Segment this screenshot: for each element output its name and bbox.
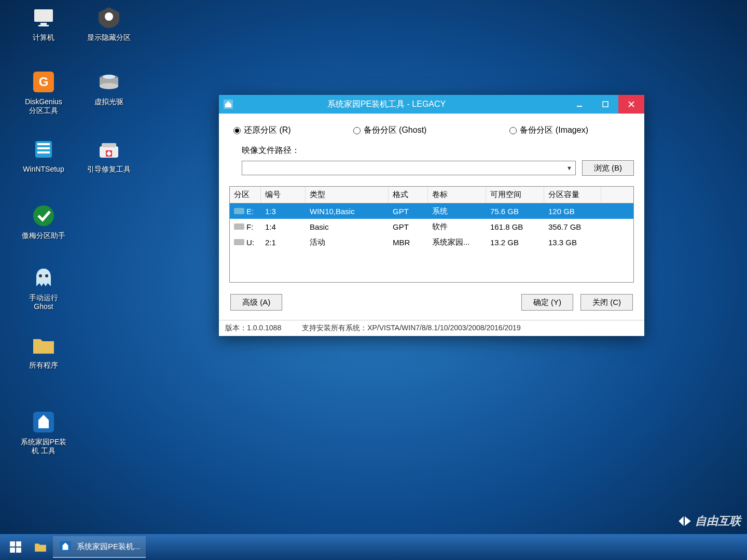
titlebar[interactable]: 系统家园PE装机工具 - LEGACY [219,95,644,114]
table-row[interactable]: F:1:4BasicGPT软件161.8 GB356.7 GB [230,219,633,234]
capacity-cell: 13.3 GB [544,236,601,249]
drive-cell: F: [230,220,261,233]
version-text: 版本：1.0.0.1088 [225,324,281,333]
free-cell: 13.2 GB [486,236,544,249]
table-row[interactable]: E:1:3WIN10,BasicGPT系统75.6 GB120 GB [230,203,633,219]
chevron-down-icon: ▼ [566,165,572,171]
format-cell: MBR [389,236,428,249]
watermark: 自由互联 [677,513,741,529]
boot-repair-icon [95,136,122,163]
col-partition[interactable]: 分区 [230,187,261,203]
label-cell: 系统家园... [428,235,486,249]
col-format[interactable]: 格式 [389,187,428,203]
desktop-icon-ghost[interactable]: 手动运行 Ghost [18,264,70,311]
svg-rect-25 [16,541,21,547]
svg-rect-7 [37,147,50,149]
format-cell: GPT [389,220,428,233]
advanced-button[interactable]: 高级 (A) [230,294,282,311]
radio-backup-imagex[interactable]: 备份分区 (Imagex) [509,125,588,136]
taskbar-file-explorer[interactable] [28,536,53,558]
table-header: 分区 编号 类型 格式 卷标 可用空间 分区容量 [230,187,633,203]
desktop-icon-pe-tool[interactable]: 系统家园PE装 机 工具 [18,409,70,455]
taskbar-item-label: 系统家园PE装机... [77,542,141,552]
close-button[interactable] [618,95,644,114]
folder-icon [33,540,48,554]
table-row[interactable]: U:2:1活动MBR系统家园...13.2 GB13.3 GB [230,234,633,250]
label-cell: 软件 [428,220,486,234]
radio-dot-icon [509,127,517,134]
desktop-icon-label: DiskGenius 分区工具 [18,97,70,115]
desktop-icon-winntsetup[interactable]: WinNTSetup [18,136,70,174]
col-label[interactable]: 卷标 [428,187,486,203]
radio-label: 备份分区 (Ghost) [364,125,427,136]
start-button[interactable] [3,536,28,558]
desktop-icon-aomei[interactable]: 傲梅分区助手 [18,202,70,240]
radio-restore[interactable]: 还原分区 (R) [233,125,291,136]
app-icon [219,100,238,109]
drive-cell: U: [230,236,261,249]
radio-dot-icon [353,127,361,134]
number-cell: 1:3 [261,205,306,218]
button-label: 高级 (A) [242,298,270,307]
virtual-drive-icon [95,68,122,95]
taskbar-pe-installer[interactable]: 系统家园PE装机... [53,536,146,558]
svg-point-11 [45,274,48,277]
svg-rect-0 [34,9,53,22]
number-cell: 1:4 [261,220,306,233]
partition-table: 分区 编号 类型 格式 卷标 可用空间 分区容量 E:1:3WIN10,Basi… [229,186,634,283]
folder-icon [30,332,57,359]
maximize-button[interactable] [592,95,618,114]
free-cell: 161.8 GB [486,220,544,233]
desktop-icon-label: 傲梅分区助手 [18,231,70,240]
ok-button[interactable]: 确定 (Y) [521,294,573,311]
desktop-icon-boot-repair[interactable]: 引导修复工具 [83,136,135,174]
radio-backup-ghost[interactable]: 备份分区 (Ghost) [353,125,427,136]
browse-button[interactable]: 浏览 (B) [582,160,634,176]
diskgenius-icon: G [30,68,57,95]
window-title: 系统家园PE装机工具 - LEGACY [238,99,566,110]
minimize-button[interactable] [566,95,592,114]
desktop-icon-label: 计算机 [18,33,70,42]
col-free[interactable]: 可用空间 [486,187,544,203]
format-cell: GPT [389,205,428,218]
type-cell: WIN10,Basic [306,205,389,218]
capacity-cell: 120 GB [544,205,601,218]
radio-label: 还原分区 (R) [244,125,291,136]
desktop-icon-label: 所有程序 [18,361,70,370]
close-window-button[interactable]: 关闭 (C) [580,294,633,311]
desktop-icon-computer[interactable]: 计算机 [18,4,70,42]
svg-point-13 [105,12,113,21]
svg-rect-19 [102,143,116,147]
desktop-icon-virtual-drive[interactable]: 虚拟光驱 [83,68,135,106]
image-path-dropdown[interactable]: ▼ [242,161,576,175]
desktop-icon-label: 手动运行 Ghost [18,293,70,311]
col-capacity[interactable]: 分区容量 [544,187,601,203]
svg-rect-8 [37,151,50,153]
pe-installer-window: 系统家园PE装机工具 - LEGACY 还原分区 (R) 备份分区 (Ghost… [219,95,644,336]
desktop-icon-label: 显示隐藏分区 [83,33,135,42]
svg-rect-1 [40,23,47,25]
desktop-icon-label: 系统家园PE装 机 工具 [18,438,70,455]
desktop-icon-show-hidden[interactable]: 显示隐藏分区 [83,4,135,42]
mode-radio-group: 还原分区 (R) 备份分区 (Ghost) 备份分区 (Imagex) [229,122,634,143]
ghost-icon [30,264,57,291]
label-cell: 系统 [428,204,486,218]
monitor-icon [30,4,57,31]
button-label: 确定 (Y) [533,298,561,307]
hdd-icon [234,239,244,245]
radio-label: 备份分区 (Imagex) [520,125,588,136]
hdd-icon [234,223,244,230]
winntsetup-icon [30,136,57,163]
button-label: 关闭 (C) [592,298,621,307]
svg-rect-26 [10,548,15,553]
radio-dot-icon [233,127,241,134]
col-number[interactable]: 编号 [261,187,306,203]
taskbar: 系统家园PE装机... [0,534,747,560]
desktop-icon-diskgenius[interactable]: G DiskGenius 分区工具 [18,68,70,115]
svg-rect-27 [16,548,21,553]
col-type[interactable]: 类型 [306,187,389,203]
number-cell: 2:1 [261,236,306,249]
pe-tool-icon [30,409,57,436]
desktop-icon-label: 虚拟光驱 [83,97,135,106]
desktop-icon-all-programs[interactable]: 所有程序 [18,332,70,370]
